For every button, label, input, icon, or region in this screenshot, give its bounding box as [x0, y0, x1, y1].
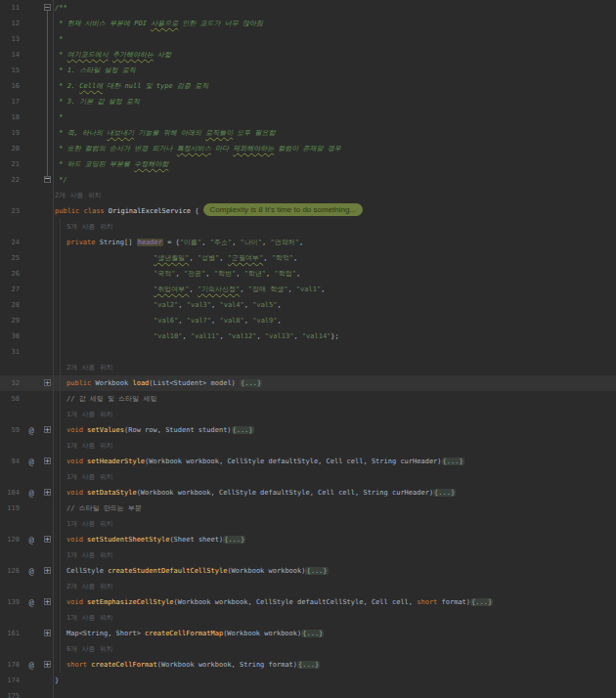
inlay-hint-row: 6개 사용 위치 — [0, 641, 616, 657]
line-number: 32 — [0, 375, 20, 391]
code-token: (Workbook workbook, CellStyle defaultSty… — [145, 458, 441, 465]
code-text: } — [55, 673, 59, 688]
code-row: 31 — [0, 344, 616, 360]
fold-expand-icon[interactable]: + — [44, 630, 51, 636]
complexity-badge[interactable]: Complexity is 8 It's time to do somethin… — [203, 203, 364, 216]
code-row: 19 * 즉, 하나의 내보내기 기능을 위해 아래의 로직들이 모두 필요함 — [0, 125, 616, 141]
code-token: CellStyle — [66, 567, 108, 575]
code-token: {...} — [470, 598, 493, 606]
usages-inlay-hint[interactable]: 1개 사용 위치 — [66, 469, 113, 485]
code-row: 20 * 또한 컬럼의 순서가 변경 되거나 특정서비스 마다 제외해야하는 컬… — [0, 141, 616, 156]
code-token: "학적" — [272, 254, 293, 262]
code-token: {...} — [442, 458, 464, 465]
annotation-gutter-icon[interactable]: @ — [25, 454, 37, 469]
code-row: 126@+CellStyle createStudentDefaultCellS… — [0, 563, 616, 579]
fold-expand-icon[interactable]: + — [44, 379, 51, 386]
code-token: 사용으로 — [151, 20, 178, 27]
code-row: 58// 값 세팅 및 스타일 세팅 — [0, 391, 616, 407]
code-token: (Workbook workbook) — [223, 630, 301, 637]
code-row: 11−/** — [0, 0, 616, 16]
code-token: 기능을 위해 아래의 — [134, 129, 205, 137]
code-token: "학번" — [214, 270, 236, 278]
annotation-gutter-icon[interactable]: @ — [25, 485, 37, 501]
code-token: , — [256, 332, 264, 340]
code-row: 12 * 현재 서비스 부분에 POI 사용으로 인한 코드가 너무 많아짐 — [0, 16, 616, 31]
code-token: "연락처" — [270, 239, 298, 246]
line-number: 119 — [0, 501, 20, 516]
line-number: 104 — [0, 485, 20, 501]
line-number: 31 — [0, 344, 20, 360]
annotation-gutter-icon[interactable]: @ — [25, 657, 37, 673]
usages-inlay-hint[interactable]: 2개 사용 위치 — [55, 188, 102, 203]
line-number: 25 — [0, 250, 20, 266]
line-number: 139 — [0, 594, 20, 610]
code-token: load — [132, 379, 149, 387]
fold-expand-icon[interactable]: + — [44, 536, 51, 543]
code-token: , — [219, 332, 227, 340]
code-row: 170@+short createCellFormat(Workbook wor… — [0, 657, 616, 673]
code-row: 14 * 여기코드에서 추가해야하는 사항 — [0, 47, 616, 63]
code-row: 28"val2", "val3", "val4", "val5", — [0, 297, 616, 313]
fold-expand-icon[interactable]: + — [44, 661, 51, 668]
code-token: "생년월일" — [154, 254, 189, 262]
fold-guide-line — [47, 141, 48, 156]
usages-inlay-hint[interactable]: 5개 사용 위치 — [66, 219, 113, 235]
annotation-gutter-icon[interactable]: @ — [25, 422, 37, 438]
code-token: * — [55, 51, 67, 59]
fold-expand-icon[interactable]: + — [44, 458, 51, 464]
code-token: "val6" — [154, 317, 178, 325]
code-token: * 즉, 하나의 — [55, 129, 107, 137]
line-number: 161 — [0, 626, 20, 641]
fold-end-icon[interactable] — [44, 176, 51, 183]
code-text: * 2. Cell에 대한 null 및 type 검증 로직 — [55, 78, 208, 94]
fold-guide-line — [47, 31, 48, 47]
usages-inlay-hint[interactable]: 1개 사용 위치 — [66, 547, 113, 563]
code-token: * 3. 기본 값 설정 로직 — [55, 98, 140, 106]
code-text: * — [55, 31, 63, 47]
annotation-gutter-icon[interactable]: @ — [25, 563, 37, 579]
code-text: "취업여부", "기숙사신청", "장애 학생", "val1", — [154, 282, 325, 297]
code-token: * 현재 서비스 부분에 POI — [55, 20, 151, 27]
usages-inlay-hint[interactable]: 1개 사용 위치 — [66, 407, 113, 422]
usages-inlay-hint[interactable]: 1개 사용 위치 — [66, 610, 113, 626]
annotation-gutter-icon[interactable]: @ — [25, 532, 37, 547]
usages-inlay-hint[interactable]: 1개 사용 위치 — [66, 438, 113, 454]
indent-guide-line — [60, 219, 61, 673]
code-text: void setStudentSheetStyle(Sheet sheet){.… — [66, 532, 245, 547]
code-token: Cell에 — [79, 82, 103, 90]
code-token: (Sheet sheet) — [169, 536, 223, 544]
code-token: "val9" — [252, 317, 277, 325]
code-token: // 값 세팅 및 스타일 세팅 — [66, 395, 157, 403]
fold-expand-icon[interactable]: + — [44, 567, 51, 574]
code-token: public class — [55, 207, 105, 215]
inlay-hint-row: 2개 사용 위치 — [0, 360, 616, 375]
line-number: 17 — [0, 94, 20, 109]
code-text: "val10", "val11", "val12", "val13", "val… — [154, 328, 339, 344]
usages-inlay-hint[interactable]: 6개 사용 위치 — [66, 641, 113, 657]
fold-expand-icon[interactable]: + — [44, 489, 51, 496]
code-token: , — [263, 254, 271, 262]
usages-inlay-hint[interactable]: 2개 사용 위치 — [66, 360, 113, 375]
code-row: 15 * 1. 스타일 설정 로직 — [0, 63, 616, 78]
usages-inlay-hint[interactable]: 1개 사용 위치 — [66, 516, 113, 532]
line-number: 19 — [0, 125, 20, 141]
code-row: 21 * 하드 코딩된 부분을 수정해야함 — [0, 156, 616, 172]
code-text: */ — [55, 172, 67, 188]
fold-expand-icon[interactable]: + — [44, 598, 51, 605]
usages-inlay-hint[interactable]: 2개 사용 위치 — [66, 579, 113, 594]
fold-expand-icon[interactable]: + — [44, 426, 51, 433]
fold-collapse-icon[interactable]: − — [44, 4, 51, 11]
code-token: (Row row, Student student) — [124, 426, 232, 434]
code-text: void setDataStyle(Workbook workbook, Cel… — [66, 485, 456, 501]
code-token: } — [55, 676, 59, 684]
code-token: , — [178, 317, 186, 325]
annotation-gutter-icon[interactable]: @ — [25, 594, 37, 610]
code-text: * 3. 기본 값 설정 로직 — [55, 94, 140, 109]
code-row: 16 * 2. Cell에 대한 null 및 type 검증 로직 — [0, 78, 616, 94]
inlay-hint-row: 1개 사용 위치 — [0, 438, 616, 454]
inlay-hint-row: 1개 사용 위치 — [0, 610, 616, 626]
code-token: "val8" — [219, 317, 243, 325]
line-number: 15 — [0, 63, 20, 78]
code-token: 특정서비스 — [177, 145, 211, 153]
line-number: 26 — [0, 266, 20, 282]
